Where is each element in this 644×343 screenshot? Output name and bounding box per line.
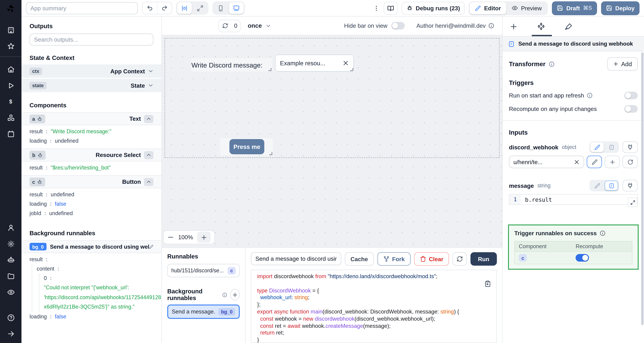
sidebar-user-button[interactable] [7, 224, 14, 232]
tab-components[interactable] [537, 22, 545, 30]
run-button[interactable]: Run [470, 252, 497, 266]
mobile-view-toggle[interactable] [213, 2, 228, 14]
trigger-toggle[interactable] [624, 92, 638, 99]
app-canvas[interactable]: Write Discord message: Example resou... … [162, 35, 502, 247]
plug-icon [627, 144, 633, 150]
runnables-panel: Runnables hub/1511/discord/se... c Backg… [162, 248, 246, 343]
sidebar-folder-button[interactable] [7, 272, 14, 280]
sidebar-cubes-button[interactable] [7, 114, 14, 122]
edit-resource-button[interactable] [587, 156, 602, 168]
redo-icon [162, 5, 168, 11]
windmill-logo-icon [6, 4, 16, 13]
collapse-button[interactable] [144, 151, 154, 159]
resize-handle[interactable] [269, 152, 272, 155]
recompute-toggle[interactable] [576, 254, 589, 262]
sidebar-help-button[interactable] [7, 314, 14, 322]
script-name-input[interactable] [251, 252, 341, 265]
tab-add-component[interactable] [510, 23, 518, 30]
eval-mode-button[interactable]: f [605, 142, 618, 152]
sidebar-building-button[interactable] [7, 26, 14, 34]
app-summary-input[interactable] [26, 2, 138, 14]
schedule-dropdown[interactable]: once [248, 22, 271, 29]
sidebar-play-button[interactable] [7, 82, 14, 90]
code-line[interactable]: const ret = await webhook.createMessage(… [257, 323, 496, 330]
sidebar-eye-button[interactable] [7, 288, 14, 296]
canvas-refresh-button[interactable] [219, 23, 231, 28]
sidebar-arrow-right-button[interactable] [7, 330, 14, 338]
resource-select-input[interactable]: Example resou... [275, 54, 354, 72]
clear-resource-icon[interactable] [574, 159, 580, 165]
undo-button[interactable] [142, 2, 157, 14]
message-expression-editor[interactable]: 1 b.result [509, 194, 638, 205]
component-header-b[interactable]: b Resource Select [22, 148, 162, 162]
code-line[interactable]: webhook_url: string; [257, 294, 496, 302]
fork-button[interactable]: Fork [377, 252, 410, 266]
refresh-resource-button[interactable] [622, 156, 638, 168]
tab-editor[interactable]: Editor [470, 2, 506, 14]
component-header-a[interactable]: a Text [22, 112, 162, 125]
redo-button[interactable] [157, 2, 172, 14]
code-editor[interactable]: import discordwebhook from "https://deno… [251, 270, 497, 343]
clear-selection-icon[interactable] [342, 60, 349, 66]
windmill-logo[interactable] [0, 0, 22, 16]
trigger-toggle[interactable] [624, 105, 638, 112]
zoom-out-button[interactable] [167, 234, 174, 240]
add-resource-button[interactable] [605, 156, 620, 168]
connect-input-button[interactable] [622, 141, 638, 153]
cache-button[interactable]: Cache [345, 252, 374, 266]
sidebar-star-button[interactable] [7, 42, 14, 50]
state-row-ctx[interactable]: ctx App Context [22, 64, 162, 78]
sidebar-calendar-button[interactable] [7, 130, 14, 138]
bg-runnable-header[interactable]: bg_0 Send a message to discord using web… [22, 240, 162, 253]
static-mode-button[interactable] [590, 181, 604, 190]
fullscreen-layout-toggle[interactable] [193, 2, 208, 14]
reload-script-button[interactable] [453, 252, 467, 266]
sidebar-robot-button[interactable] [7, 256, 14, 264]
code-line[interactable]: return ret; [257, 330, 496, 337]
tab-preview[interactable]: Preview [506, 2, 547, 14]
state-row-state[interactable]: state State [22, 79, 162, 92]
center-layout-toggle[interactable] [177, 2, 192, 14]
draft-button[interactable]: Draft ⌘S [552, 1, 597, 15]
component-header-c[interactable]: c Button [22, 175, 162, 188]
desktop-view-toggle[interactable] [229, 2, 244, 14]
sidebar-home-button[interactable] [7, 66, 14, 73]
input-mode-toggle: f [590, 141, 619, 153]
runnable-script-item[interactable]: hub/1511/discord/se... c [167, 264, 240, 277]
code-line[interactable]: export async function main(discord_webho… [257, 308, 496, 316]
author-info-icon[interactable] [488, 23, 494, 28]
collapse-button[interactable] [144, 115, 154, 123]
docs-button[interactable] [384, 2, 398, 14]
code-line[interactable]: }; [257, 302, 496, 308]
code-line[interactable]: const webhook = new discordwebhook(disco… [257, 316, 496, 322]
sidebar-gear-button[interactable] [7, 240, 14, 248]
add-transformer-button[interactable]: Add [607, 57, 638, 71]
deploy-button[interactable]: Deploy [601, 1, 640, 15]
clear-button[interactable]: Clear [414, 252, 449, 266]
inspector-scrollbar[interactable] [641, 52, 644, 325]
debug-runs-button[interactable]: Debug runs (23) [402, 2, 465, 14]
expand-editor-button[interactable] [628, 198, 637, 207]
connect-input-button[interactable] [622, 180, 638, 192]
resize-handle[interactable] [350, 68, 353, 71]
code-line[interactable] [257, 280, 496, 287]
code-line[interactable]: type DiscordWebhook = { [257, 288, 496, 294]
text-component[interactable]: Write Discord message: [192, 58, 272, 72]
code-line[interactable]: import discordwebhook from "https://deno… [257, 273, 496, 280]
more-menu-button[interactable] [373, 5, 380, 12]
collapse-button[interactable] [144, 178, 154, 186]
resource-value-input[interactable]: u/henri/te... [509, 156, 584, 168]
press-me-button[interactable]: Press me [230, 139, 264, 154]
tab-styling[interactable] [565, 23, 572, 30]
hide-bar-toggle[interactable] [392, 22, 405, 30]
add-background-runnable-button[interactable] [230, 289, 240, 300]
code-line[interactable]: } [257, 337, 496, 343]
search-outputs-input[interactable] [30, 34, 154, 46]
zoom-in-button[interactable] [197, 232, 211, 243]
static-mode-button[interactable] [590, 142, 604, 152]
eval-mode-button[interactable]: f [605, 181, 618, 190]
resize-handle[interactable] [268, 68, 272, 71]
bg-runnable-item-selected[interactable]: Send a message... bg_0 [167, 304, 240, 319]
sidebar-dollar-button[interactable]: $ [7, 98, 14, 106]
copy-code-icon[interactable] [484, 280, 491, 287]
